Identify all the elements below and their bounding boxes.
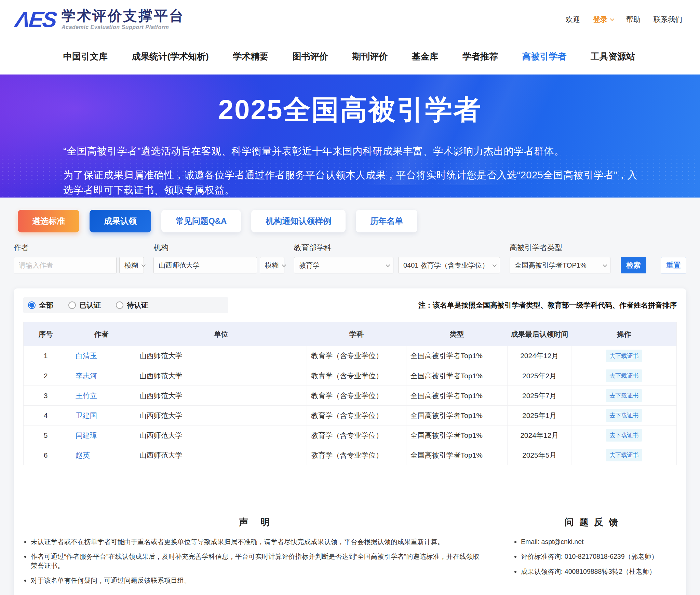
radio-option[interactable]: 全部 [28,300,53,310]
subject-level2-select[interactable]: 0401 教育学（含专业学位） [398,257,500,273]
platform-logo[interactable]: ΛES 学术评价支撑平台 Academic Evaluation Support… [15,8,185,30]
org-label: 机构 [153,243,284,253]
tab[interactable]: 历年名单 [356,210,417,232]
table-header-row: 序号 作者 单位 学科 类型 成果最后认领时间 操作 [24,322,677,346]
tab[interactable]: 成果认领 [90,210,151,232]
radio-option[interactable]: 待认证 [116,300,148,310]
org-mode-select[interactable]: 模糊 [260,257,284,273]
table-row: 3 王竹立 山西师范大学 教育学（含专业学位） 全国高被引学者Top1% 202… [24,386,677,406]
subject-level1-select[interactable]: 教育学 [294,257,393,273]
row-index: 4 [24,406,68,425]
org-cell: 山西师范大学 [135,425,307,445]
claim-date-cell: 2025年1月 [508,406,571,425]
download-cert-button[interactable]: 去下载证书 [606,350,642,362]
author-mode-select[interactable]: 模糊 [119,257,144,273]
table-row: 2 李志河 山西师范大学 教育学（含专业学位） 全国高被引学者Top1% 202… [24,366,677,386]
org-cell: 山西师范大学 [135,445,307,465]
radio-label: 待认证 [127,300,148,310]
claim-date-cell: 2024年12月 [508,425,571,445]
type-cell: 全国高被引学者Top1% [406,445,507,465]
subject-cell: 教育学（含专业学位） [307,346,406,366]
subject-filter-group: 教育部学科 教育学 0401 教育学（含专业学位） [294,243,500,273]
chevron-down-icon [610,17,615,21]
radio-icon [68,301,76,309]
type-filter-group: 高被引学者类型 全国高被引学者TOP1% [510,243,610,273]
platform-subtitle: Academic Evaluation Support Platform [62,24,185,30]
statement-list: 未认证学者或不在榜单学者可能由于重名或者更换单位等导致成果归属不准确，请学者尽快… [23,537,485,585]
hero-paragraph-2: 为了保证成果归属准确性，诚邀各位学者通过作者服务平台认领本人成果，平台将实时统计… [63,167,645,198]
search-button[interactable]: 检索 [621,257,646,273]
author-link[interactable]: 白清玉 [76,352,97,360]
table-row: 4 卫建国 山西师范大学 教育学（含专业学位） 全国高被引学者Top1% 202… [24,406,677,425]
download-cert-button[interactable]: 去下载证书 [606,409,642,422]
author-link[interactable]: 李志河 [76,372,97,380]
row-index: 2 [24,366,68,386]
nav-item[interactable]: 高被引学者 [522,51,567,63]
card-footer: 声明 未认证学者或不在榜单学者可能由于重名或者更换单位等导致成果归属不准确，请学… [23,498,677,591]
reset-button[interactable]: 重置 [661,257,686,273]
main-nav: 中国引文库 成果统计(学术知析) 学术精要 图书评价 期刊评价 基金库 学者推荐… [0,39,700,75]
type-cell: 全国高被引学者Top1% [406,386,507,406]
row-index: 1 [24,346,68,366]
sort-note: 注：该名单是按照全国高被引学者类型、教育部一级学科代码、作者姓名拼音排序 [418,300,677,310]
type-cell: 全国高被引学者Top1% [406,425,507,445]
author-link[interactable]: 闫建璋 [76,431,97,439]
nav-item[interactable]: 工具资源站 [591,51,635,63]
subject-cell: 教育学（含专业学位） [307,386,406,406]
nav-item[interactable]: 图书评价 [293,51,328,63]
author-label: 作者 [14,243,144,253]
column-header: 学科 [307,322,406,346]
download-cert-button[interactable]: 去下载证书 [606,429,642,442]
statement-item: 作者可通过“作者服务平台”在线认领成果后，及时补充完善学科信息，平台可实时计算评… [31,552,485,570]
chevron-down-icon [493,262,497,267]
row-index: 5 [24,425,68,445]
nav-item[interactable]: 学术精要 [233,51,268,63]
tab[interactable]: 遴选标准 [18,210,79,232]
column-header: 类型 [406,322,507,346]
subject-cell: 教育学（含专业学位） [307,366,406,386]
nav-item[interactable]: 学者推荐 [462,51,498,63]
tab[interactable]: 常见问题Q&A [161,210,241,232]
type-cell: 全国高被引学者Top1% [406,406,507,425]
platform-title: 学术评价支撑平台 [62,8,185,24]
claim-date-cell: 2024年12月 [508,346,571,366]
table-row: 6 赵英 山西师范大学 教育学（含专业学位） 全国高被引学者Top1% 2025… [24,445,677,465]
help-link[interactable]: 帮助 [626,15,641,24]
row-index: 3 [24,386,68,406]
nav-item[interactable]: 期刊评价 [352,51,388,63]
contact-link[interactable]: 联系我们 [654,15,682,24]
chevron-down-icon [282,262,286,267]
download-cert-button[interactable]: 去下载证书 [606,389,642,402]
tab-bar: 遴选标准 成果认领 常见问题Q&A 机构通知认领样例 历年名单 [0,198,700,232]
column-header: 作者 [68,322,135,346]
org-cell: 山西师范大学 [135,346,307,366]
download-cert-button[interactable]: 去下载证书 [606,369,642,382]
statement-item: 对于该名单有任何疑问，可通过问题反馈联系项目组。 [31,576,485,585]
column-header: 成果最后认领时间 [508,322,571,346]
result-card: 全部 已认证 待认证 注：该名单是按照全国高被引学者类型、教育部一级学科代码、作… [14,288,686,595]
nav-item[interactable]: 成果统计(学术知析) [132,51,208,63]
login-link[interactable]: 登录 [593,15,613,24]
org-input[interactable] [153,257,257,273]
scholar-type-select[interactable]: 全国高被引学者TOP1% [510,257,610,273]
feedback-item: 评价标准咨询: 010-82170818-6239（郭老师） [521,552,677,561]
nav-item[interactable]: 基金库 [412,51,439,63]
subject-label: 教育部学科 [294,243,500,253]
page: ΛES 学术评价支撑平台 Academic Evaluation Support… [0,0,700,595]
column-header: 单位 [135,322,307,346]
feedback-title: 问题反馈 [506,516,677,528]
feedback-list: Email: aspt@cnki.net 评价标准咨询: 010-8217081… [506,537,677,576]
nav-item[interactable]: 中国引文库 [63,51,108,63]
author-link[interactable]: 赵英 [76,451,90,459]
radio-icon [116,301,123,309]
org-cell: 山西师范大学 [135,366,307,386]
feedback-item: Email: aspt@cnki.net [521,537,677,546]
author-link[interactable]: 卫建国 [76,411,97,419]
author-link[interactable]: 王竹立 [76,392,97,400]
radio-option[interactable]: 已认证 [68,300,101,310]
download-cert-button[interactable]: 去下载证书 [606,449,642,461]
author-input[interactable] [14,257,117,273]
statement-title: 声明 [23,516,485,528]
org-mode-value: 模糊 [265,261,279,270]
tab[interactable]: 机构通知认领样例 [251,210,346,232]
